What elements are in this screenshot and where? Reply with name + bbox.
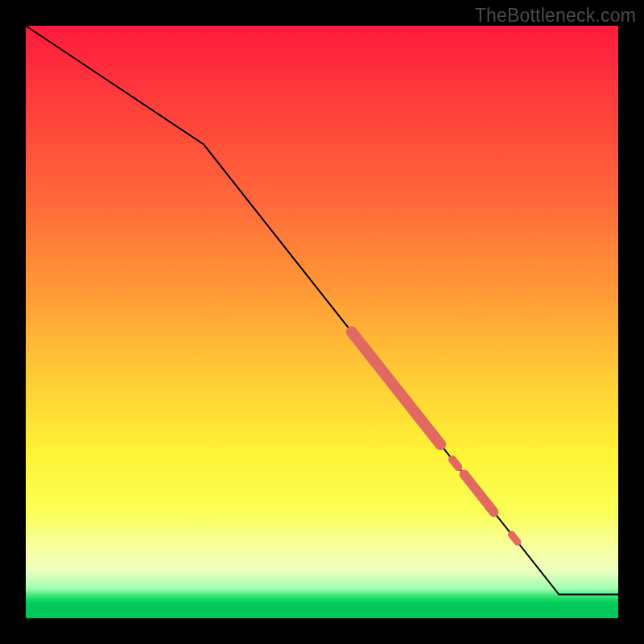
- curve-line: [26, 26, 618, 595]
- highlight-band-a: [352, 332, 440, 444]
- plot-area: [26, 26, 618, 618]
- highlight-band-b: [464, 474, 494, 512]
- highlight-group: [352, 332, 518, 542]
- highlight-dot-b: [512, 535, 518, 542]
- highlight-dot-a: [452, 460, 458, 467]
- chart-overlay: [26, 26, 618, 618]
- watermark-text: TheBottleneck.com: [475, 5, 636, 27]
- chart-stage: TheBottleneck.com: [0, 0, 644, 644]
